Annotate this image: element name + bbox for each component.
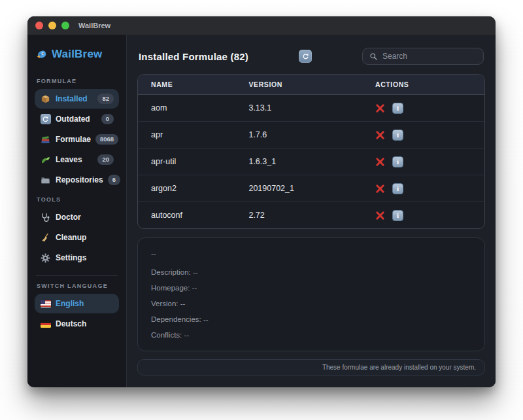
search-input[interactable] <box>382 52 477 61</box>
column-header-version: VERSION <box>248 80 375 88</box>
refresh-square-icon <box>40 114 51 124</box>
count-badge: 0 <box>101 114 114 124</box>
sidebar-item-repositories[interactable]: Repositories6 <box>35 170 119 190</box>
uninstall-button[interactable] <box>375 157 385 167</box>
gear-icon <box>40 253 51 263</box>
info-button[interactable]: i <box>392 130 403 141</box>
count-badge: 8068 <box>95 134 118 144</box>
sidebar-item-label: English <box>56 299 84 308</box>
titlebar: WailBrew <box>27 16 496 35</box>
sidebar: WailBrew FORMULAEInstalled82Outdated0For… <box>27 35 127 387</box>
window-title: WailBrew <box>78 22 110 29</box>
table-row[interactable]: argon220190702_1i <box>138 175 484 202</box>
app-window: WailBrew WailBrew FORMULAEInstalled82Out… <box>27 16 496 387</box>
info-button[interactable]: i <box>392 183 403 194</box>
detail-field: Description: -- <box>151 268 471 276</box>
desktop-background: WailBrew WailBrew FORMULAEInstalled82Out… <box>0 0 523 420</box>
main-header: Installed Formulae (82) <box>137 43 485 74</box>
column-header-actions: ACTIONS <box>375 80 471 88</box>
status-text: These formulae are already installed on … <box>322 364 476 371</box>
zoom-window-button[interactable] <box>61 22 69 29</box>
sidebar-item-cleanup[interactable]: Cleanup <box>35 228 119 247</box>
sidebar-item-english[interactable]: English <box>35 294 119 313</box>
close-window-button[interactable] <box>35 22 43 29</box>
sidebar-section-label: SWITCH LANGUAGE <box>37 283 117 289</box>
broom-icon <box>40 232 51 243</box>
count-badge: 20 <box>97 154 114 164</box>
uninstall-button[interactable] <box>375 130 385 140</box>
count-badge: 82 <box>97 94 114 103</box>
uninstall-button[interactable] <box>375 103 385 113</box>
sidebar-item-installed[interactable]: Installed82 <box>35 89 119 109</box>
formula-name: argon2 <box>151 184 248 193</box>
row-actions: i <box>375 156 471 167</box>
leaves-icon <box>40 154 51 165</box>
sidebar-item-label: Cleanup <box>56 233 86 242</box>
search-icon <box>369 52 378 61</box>
us-flag-icon <box>40 298 51 309</box>
row-actions: i <box>375 210 471 221</box>
search-box[interactable] <box>362 48 484 65</box>
row-actions: i <box>375 103 471 114</box>
sidebar-item-deutsch[interactable]: Deutsch <box>35 314 119 334</box>
detail-field: Homepage: -- <box>151 284 471 292</box>
sidebar-item-leaves[interactable]: Leaves20 <box>35 150 119 169</box>
sidebar-item-formulae[interactable]: Formulae8068 <box>35 130 119 149</box>
table-row[interactable]: apr1.7.6i <box>138 122 484 149</box>
minimize-window-button[interactable] <box>48 22 56 29</box>
formula-version: 3.13.1 <box>248 103 375 113</box>
detail-field: Dependencies: -- <box>151 315 471 323</box>
folder-icon <box>40 175 51 185</box>
row-actions: i <box>375 183 471 194</box>
table-row[interactable]: apr-util1.6.3_1i <box>138 149 484 175</box>
status-bar: These formulae are already installed on … <box>137 359 485 376</box>
formula-version: 1.6.3_1 <box>248 157 375 166</box>
count-badge: 6 <box>108 175 120 184</box>
table-row[interactable]: autoconf2.72i <box>138 202 484 228</box>
detail-field: Version: -- <box>151 300 471 307</box>
window-content: WailBrew FORMULAEInstalled82Outdated0For… <box>27 35 496 387</box>
books-icon <box>40 134 51 145</box>
sidebar-item-settings[interactable]: Settings <box>35 248 119 268</box>
detail-selected-name: -- <box>151 250 471 258</box>
formula-name: apr <box>151 130 248 139</box>
info-button[interactable]: i <box>392 103 403 114</box>
app-name: WailBrew <box>52 48 103 61</box>
table-body: aom3.13.1iapr1.7.6iapr-util1.6.3_1iargon… <box>138 95 484 228</box>
sidebar-divider <box>36 275 118 276</box>
stethoscope-icon <box>40 212 51 222</box>
sidebar-item-label: Doctor <box>56 213 81 222</box>
formula-name: aom <box>151 103 248 113</box>
sidebar-item-label: Leaves <box>56 155 82 164</box>
sidebar-item-doctor[interactable]: Doctor <box>35 207 119 227</box>
sidebar-nav: FORMULAEInstalled82Outdated0Formulae8068… <box>35 71 119 334</box>
table-row[interactable]: aom3.13.1i <box>138 95 484 122</box>
detail-field: Conflicts: -- <box>151 331 471 339</box>
sidebar-item-label: Formulae <box>56 135 91 144</box>
uninstall-button[interactable] <box>375 211 385 220</box>
sidebar-section-label: FORMULAE <box>37 78 117 84</box>
sidebar-item-label: Outdated <box>56 114 90 124</box>
sidebar-item-label: Settings <box>56 253 86 262</box>
formula-version: 20190702_1 <box>248 184 375 193</box>
refresh-button[interactable] <box>299 50 312 63</box>
main-panel: Installed Formulae (82) NAMEVERSIONACTIO… <box>127 35 496 387</box>
formula-version: 2.72 <box>248 211 375 220</box>
page-title: Installed Formulae (82) <box>139 51 248 62</box>
window-controls <box>35 22 69 29</box>
german-flag-icon <box>40 319 51 329</box>
uninstall-button[interactable] <box>375 184 385 194</box>
wailbrew-logo-icon <box>36 49 47 60</box>
formula-name: autoconf <box>151 211 248 220</box>
formula-name: apr-util <box>151 157 248 166</box>
sidebar-item-label: Deutsch <box>56 319 86 328</box>
sidebar-item-outdated[interactable]: Outdated0 <box>35 109 119 129</box>
details-panel: --Description: --Homepage: --Version: --… <box>137 237 485 351</box>
row-actions: i <box>375 130 471 141</box>
sidebar-section-label: TOOLS <box>37 196 117 203</box>
info-button[interactable]: i <box>392 210 403 221</box>
package-icon <box>40 94 51 104</box>
sidebar-item-label: Repositories <box>56 175 103 184</box>
info-button[interactable]: i <box>392 156 403 167</box>
table-header-row: NAMEVERSIONACTIONS <box>138 75 484 95</box>
